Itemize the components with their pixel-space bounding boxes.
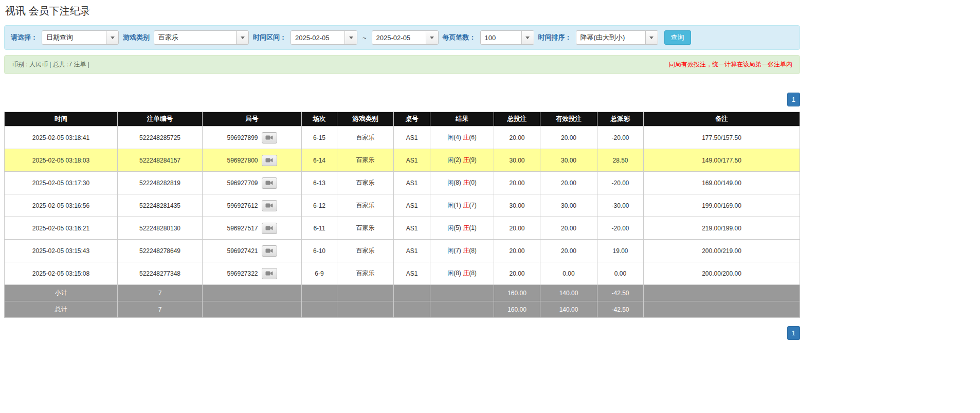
video-replay-button[interactable] xyxy=(262,200,277,211)
column-header: 结果 xyxy=(430,112,494,127)
cell-time: 2025-02-05 03:16:21 xyxy=(5,217,118,240)
footer-payout: -42.50 xyxy=(597,285,644,301)
cell-total-bet: 30.00 xyxy=(494,149,540,172)
search-button[interactable]: 查询 xyxy=(664,30,691,45)
caret-glyph xyxy=(111,37,115,39)
game-type-value: 百家乐 xyxy=(154,33,236,42)
footer-empty-cell xyxy=(337,301,394,318)
chevron-down-icon[interactable] xyxy=(521,31,534,44)
result-player-score: (5) xyxy=(453,224,461,231)
cell-result: 闲(4) 庄(6) xyxy=(430,127,494,149)
date-to-value: 2025-02-05 xyxy=(372,34,426,42)
table-row: 2025-02-05 03:16:56522248281435596927612… xyxy=(5,194,800,217)
round-number: 596927899 xyxy=(227,134,258,141)
round-wrap: 596927899 xyxy=(227,132,277,143)
table-body: 2025-02-05 03:18:41522248285725596927899… xyxy=(5,127,800,318)
video-replay-button[interactable] xyxy=(262,245,277,257)
sort-order-value: 降幂(由大到小) xyxy=(576,33,645,42)
cell-remark: 177.50/157.50 xyxy=(644,127,800,149)
cell-table-no: AS1 xyxy=(394,194,430,217)
betting-records-page: 视讯 会员下注纪录 请选择： 日期查询 游戏类别 百家乐 时间区间： 2025-… xyxy=(4,0,800,340)
cell-total-bet: 20.00 xyxy=(494,127,540,149)
query-type-select[interactable]: 日期查询 xyxy=(42,30,119,45)
caret-glyph xyxy=(430,37,434,39)
round-number: 596927709 xyxy=(227,179,258,187)
footer-count: 7 xyxy=(118,301,203,318)
cell-round: 596927517 xyxy=(203,217,302,240)
cell-valid-bet: 20.00 xyxy=(540,240,597,262)
cell-valid-bet: 20.00 xyxy=(540,172,597,194)
footer-empty-cell xyxy=(302,285,337,301)
pagination-page-1[interactable]: 1 xyxy=(787,326,800,340)
column-header: 总派彩 xyxy=(597,112,644,127)
result-banker-score: (1) xyxy=(469,224,477,231)
game-type-select[interactable]: 百家乐 xyxy=(154,30,249,45)
cell-game-type: 百家乐 xyxy=(337,217,394,240)
cell-payout: 28.50 xyxy=(597,149,644,172)
column-header: 场次 xyxy=(302,112,337,127)
cell-valid-bet: 20.00 xyxy=(540,217,597,240)
cell-bet-id: 522248282819 xyxy=(118,172,203,194)
footer-count: 7 xyxy=(118,285,203,301)
result-player-label: 闲 xyxy=(447,202,453,209)
cell-bet-id: 522248285725 xyxy=(118,127,203,149)
result-banker-label: 庄 xyxy=(463,179,469,186)
video-replay-button[interactable] xyxy=(262,155,277,166)
result-player-label: 闲 xyxy=(447,247,453,254)
per-page-label: 每页笔数： xyxy=(443,33,476,42)
cell-table-no: AS1 xyxy=(394,217,430,240)
valid-bet-notice: 同局有效投注，统一计算在该局第一张注单内 xyxy=(669,60,792,69)
cell-round: 596927709 xyxy=(203,172,302,194)
cell-remark: 219.00/199.00 xyxy=(644,217,800,240)
result-banker-label: 庄 xyxy=(463,224,469,231)
cell-valid-bet: 20.00 xyxy=(540,127,597,149)
cell-session: 6-14 xyxy=(302,149,337,172)
time-range-label: 时间区间： xyxy=(253,33,286,42)
cell-time: 2025-02-05 03:15:08 xyxy=(5,262,118,285)
video-replay-button[interactable] xyxy=(262,132,277,143)
footer-empty-cell xyxy=(430,301,494,318)
chevron-down-icon[interactable] xyxy=(426,31,438,44)
cell-payout: -20.00 xyxy=(597,127,644,149)
result-player-label: 闲 xyxy=(447,156,453,164)
table-row: 2025-02-05 03:15:43522248278649596927421… xyxy=(5,240,800,262)
footer-valid-bet: 140.00 xyxy=(540,285,597,301)
result-banker-label: 庄 xyxy=(463,156,469,164)
table-row: 2025-02-05 03:17:30522248282819596927709… xyxy=(5,172,800,194)
chevron-down-icon[interactable] xyxy=(645,31,658,44)
per-page-select[interactable]: 100 xyxy=(480,30,534,45)
table-footer-row: 小计7160.00140.00-42.50 xyxy=(5,285,800,301)
cell-time: 2025-02-05 03:17:30 xyxy=(5,172,118,194)
video-replay-button[interactable] xyxy=(262,268,277,279)
column-header: 注单编号 xyxy=(118,112,203,127)
chevron-down-icon[interactable] xyxy=(106,31,118,44)
cell-bet-id: 522248284157 xyxy=(118,149,203,172)
footer-empty-cell xyxy=(302,301,337,318)
result-banker-label: 庄 xyxy=(463,270,469,277)
column-header: 有效投注 xyxy=(540,112,597,127)
pagination-top: 1 xyxy=(4,93,800,106)
sort-order-select[interactable]: 降幂(由大到小) xyxy=(576,30,658,45)
cell-result: 闲(5) 庄(1) xyxy=(430,217,494,240)
footer-label: 小计 xyxy=(5,285,118,301)
cell-bet-id: 522248278649 xyxy=(118,240,203,262)
cell-payout: 0.00 xyxy=(597,262,644,285)
video-replay-button[interactable] xyxy=(262,177,277,189)
result-banker-score: (9) xyxy=(469,156,477,164)
cell-remark: 199.00/169.00 xyxy=(644,194,800,217)
chevron-down-icon[interactable] xyxy=(236,31,248,44)
cell-table-no: AS1 xyxy=(394,127,430,149)
cell-payout: 19.00 xyxy=(597,240,644,262)
pagination-bottom: 1 xyxy=(4,326,800,340)
video-icon xyxy=(265,135,273,140)
cell-remark: 200.00/200.00 xyxy=(644,262,800,285)
cell-game-type: 百家乐 xyxy=(337,194,394,217)
date-to-input[interactable]: 2025-02-05 xyxy=(372,30,439,45)
date-from-input[interactable]: 2025-02-05 xyxy=(291,30,357,45)
result-player-label: 闲 xyxy=(447,270,453,277)
video-replay-button[interactable] xyxy=(262,223,277,234)
chevron-down-icon[interactable] xyxy=(344,31,357,44)
cell-total-bet: 20.00 xyxy=(494,240,540,262)
result-banker-label: 庄 xyxy=(463,202,469,209)
pagination-page-1[interactable]: 1 xyxy=(787,93,800,106)
